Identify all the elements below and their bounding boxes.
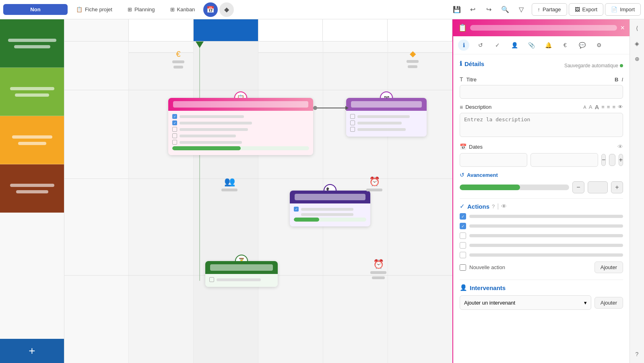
actions-vis-icon[interactable]: 👁 [501,203,507,210]
panel-tab-attach[interactable]: 📎 [526,39,537,51]
description-input[interactable] [460,113,623,137]
panel-close-button[interactable]: × [620,24,625,32]
dates-eye-icon[interactable]: 👁 [617,143,623,150]
task-card-purple[interactable]: ✉ [346,98,427,137]
diamond-bar-2 [408,65,417,68]
action-row-4 [460,242,623,249]
task-check-2[interactable]: ✓ [172,120,177,125]
save-btn[interactable]: 💾 [450,2,464,17]
panel-body: ℹ Détails Sauvegarde automatique T Titre… [453,54,630,363]
action-checkbox-5[interactable] [460,252,466,258]
date-plus-btn[interactable]: + [619,154,623,166]
diamond-icon-1: ◆ [410,49,416,58]
sidebar-item-3[interactable] [0,116,64,164]
main-layout: + [0,19,644,363]
alarm-bar-1 [366,189,382,191]
date-minus-btn[interactable]: − [601,154,606,166]
title-bold-btn[interactable]: B [615,77,618,83]
task-card-pink[interactable]: 📋 ✓ ✓ [168,98,313,155]
desc-align-center[interactable]: ≡ [607,104,610,110]
avancement-minus-btn[interactable]: − [572,181,584,193]
redo-btn[interactable]: ↪ [482,2,496,17]
tab-planning[interactable]: ⊞ Planning [121,3,162,16]
task-check-5[interactable] [172,140,177,145]
edge-btn-3[interactable]: ⊕ [632,53,643,64]
action-checkbox-4[interactable] [460,242,466,249]
export-icon: 🖼 [575,6,580,12]
title-italic-btn[interactable]: I [621,77,623,83]
sidebar-bar-2a [10,87,54,90]
section-divider-2 [460,280,623,280]
action-row-5 [460,252,623,258]
sidebar-item-1[interactable] [0,19,64,68]
desc-align-right[interactable]: ≡ [612,104,615,110]
date-start-input[interactable] [460,153,527,167]
panel-tab-user[interactable]: 👤 [509,39,520,51]
dark-purple-check-1[interactable]: ✓ [294,207,299,212]
fiche-icon: 📋 [76,6,83,12]
desc-format-A2[interactable]: A [589,104,592,110]
panel-tab-info[interactable]: ℹ [458,39,469,51]
task-check-4[interactable] [172,133,177,138]
task-card-green[interactable]: ⏳ [205,261,278,287]
timeline-col-1 [129,19,194,41]
panel-header: 📋 × [453,19,630,36]
edge-btn-1[interactable]: ⟨ [632,23,643,34]
task-card-purple-header [346,98,427,111]
import-button[interactable]: 📄 Import [605,3,641,16]
avancement-plus-btn[interactable]: + [611,181,623,193]
desc-eye-icon[interactable]: 👁 [618,104,623,110]
green-check-1[interactable] [209,277,214,282]
sidebar-item-2[interactable] [0,68,64,116]
green-header-bar [210,264,273,271]
tab-fiche-projet[interactable]: 📋 Fiche projet [69,3,119,16]
export-button[interactable]: 🖼 Export [569,3,604,16]
panel-tab-check[interactable]: ✓ [492,39,503,51]
task-check-1[interactable]: ✓ [172,114,177,119]
right-panel: 📋 × ℹ ↺ ✓ 👤 📎 🔔 € 💬 ⚙ ℹ Détails [452,19,630,363]
edge-btn-2[interactable]: ◈ [632,38,643,49]
auto-save-indicator: Sauvegarde automatique [564,63,623,68]
diamond-view-btn[interactable]: ◆ [219,2,234,17]
panel-tab-euro[interactable]: € [559,39,571,51]
panel-tab-comment[interactable]: 💬 [576,39,588,51]
panel-tab-settings[interactable]: ⚙ [593,39,605,51]
timeline-header-cols [129,19,452,41]
action-checkbox-3[interactable] [460,232,466,239]
canvas-content[interactable]: € ◆ 📋 ✓ [64,41,452,363]
task-card-dark-purple[interactable]: 📞 ✓ [290,191,370,226]
desc-align-left[interactable]: ≡ [601,104,605,110]
edge-help-btn[interactable]: ? [632,348,643,360]
canvas-area[interactable]: € ◆ 📋 ✓ [64,19,452,363]
action-bar-5 [469,253,623,257]
task-check-3[interactable] [172,127,177,132]
actions-add-button[interactable]: Ajouter [594,261,623,273]
title-input[interactable] [460,85,623,99]
purple-check-2[interactable] [350,120,355,125]
undo-btn[interactable]: ↩ [466,2,480,17]
purple-check-1[interactable] [350,114,355,119]
sidebar-add-button[interactable]: + [0,339,64,363]
task-card-green-header [205,261,278,274]
desc-format-A1[interactable]: A [583,105,586,110]
search-btn[interactable]: 🔍 [498,2,512,17]
intervenants-add-button[interactable]: Ajouter [594,297,623,309]
panel-tab-notif[interactable]: 🔔 [543,39,554,51]
share-button[interactable]: ↑ Partage [532,3,567,16]
desc-format-A3[interactable]: A [594,104,599,110]
project-title[interactable]: Non [3,4,68,15]
alarm-bar-2 [370,271,386,274]
action-checkbox-2[interactable]: ✓ [460,223,466,229]
panel-tab-history[interactable]: ↺ [475,39,486,51]
purple-check-3[interactable] [350,127,355,132]
task-card-purple-container: ✉ [346,98,427,137]
actions-help-icon[interactable]: ? [492,203,495,210]
calendar-view-btn[interactable]: 📅 [203,2,218,17]
tab-kanban[interactable]: ⊞ Kanban [163,3,202,16]
intervenant-select[interactable]: Ajouter un intervenant ▾ [460,295,591,310]
new-action-checkbox[interactable] [460,264,466,271]
filter-btn[interactable]: ▽ [514,2,528,17]
date-end-input[interactable] [530,153,598,167]
action-checkbox-1[interactable]: ✓ [460,213,466,220]
sidebar-item-4[interactable] [0,164,64,213]
